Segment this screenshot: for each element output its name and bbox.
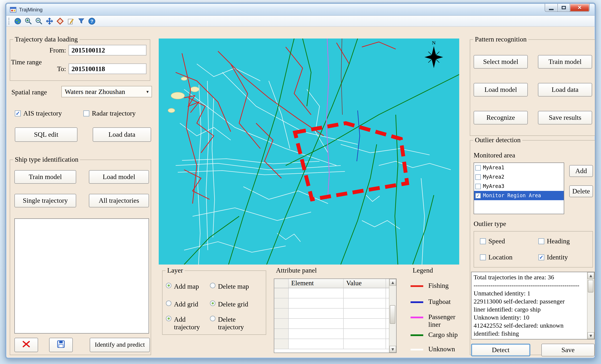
- myarea3-checkbox[interactable]: [475, 183, 481, 189]
- value-column-header: Value: [344, 279, 386, 288]
- ais-checkbox-box[interactable]: ✓: [15, 111, 21, 116]
- table-row[interactable]: [274, 309, 389, 319]
- scroll-up-icon[interactable]: ▲: [587, 272, 594, 279]
- ship-type-result-list[interactable]: [14, 218, 149, 334]
- title-bar[interactable]: TrajMining ✕: [6, 4, 595, 16]
- zoom-out-icon[interactable]: [35, 17, 43, 25]
- delete-area-button[interactable]: Delete: [569, 185, 593, 197]
- help-icon[interactable]: ?: [88, 17, 96, 25]
- radio-add-grid-control[interactable]: [166, 301, 171, 306]
- detection-results-box[interactable]: Total trajectories in the area: 36 -----…: [471, 272, 595, 339]
- save-results-button[interactable]: Save results: [538, 111, 592, 124]
- table-row[interactable]: [274, 339, 389, 349]
- tag-icon[interactable]: [56, 17, 64, 25]
- location-checkbox-row[interactable]: Location: [480, 253, 512, 261]
- radio-add-map[interactable]: Add map: [166, 283, 199, 290]
- list-item-label: MyArea3: [483, 183, 504, 189]
- results-line: ----------------------------------------…: [474, 338, 586, 339]
- load-model-button-pr[interactable]: Load model: [474, 83, 528, 97]
- train-model-button-pr[interactable]: Train model: [538, 55, 592, 69]
- scrollbar-thumb[interactable]: [588, 280, 593, 293]
- radio-delete-grid[interactable]: Delete grid: [210, 301, 248, 308]
- table-row[interactable]: [274, 298, 389, 309]
- identity-checkbox-row[interactable]: ✓ Identity: [538, 253, 568, 261]
- list-item-monitor-region-area[interactable]: ✓ Monitor Region Area: [474, 191, 564, 200]
- attribute-grid: Element Value: [274, 279, 389, 353]
- filter-icon[interactable]: [77, 17, 86, 25]
- load-data-button-pr[interactable]: Load data: [538, 83, 592, 97]
- save-result-button[interactable]: [49, 338, 73, 352]
- monitor-region-area-checkbox[interactable]: ✓: [475, 193, 481, 198]
- identify-and-predict-button[interactable]: Identify and predict: [90, 338, 150, 352]
- cargo-ship-line-swatch: [411, 334, 423, 336]
- add-area-button[interactable]: Add: [569, 165, 593, 177]
- speed-checkbox-row[interactable]: Speed: [480, 237, 505, 245]
- load-model-button[interactable]: Load model: [89, 170, 149, 184]
- clear-button[interactable]: [14, 338, 38, 352]
- attribute-scrollbar[interactable]: ▲ ▼: [389, 279, 396, 353]
- single-trajectory-button[interactable]: Single trajectory: [14, 194, 76, 207]
- all-trajectories-button[interactable]: All trajectories: [89, 194, 149, 207]
- minimize-button[interactable]: [545, 4, 557, 12]
- heading-checkbox-row[interactable]: Heading: [538, 237, 570, 245]
- table-row[interactable]: [274, 288, 389, 298]
- legend-label: Fishing: [428, 282, 449, 290]
- radio-add-trajectory-control[interactable]: [166, 316, 171, 321]
- edit-icon[interactable]: [66, 17, 75, 25]
- myarea2-checkbox[interactable]: [475, 174, 481, 180]
- monitored-area-list[interactable]: MyArea1 MyArea2 MyArea3 ✓ Monitor Region…: [474, 162, 564, 214]
- scroll-down-icon[interactable]: ▼: [587, 332, 594, 339]
- scroll-down-icon[interactable]: ▼: [389, 346, 396, 353]
- select-model-button[interactable]: Select model: [474, 55, 528, 69]
- myarea1-checkbox[interactable]: [475, 165, 481, 170]
- spatial-range-dropdown[interactable]: Waters near Zhoushan ▼: [61, 86, 152, 97]
- radio-delete-map[interactable]: Delete map: [210, 283, 249, 290]
- identity-label: Identity: [547, 253, 568, 261]
- load-data-button[interactable]: Load data: [93, 127, 151, 142]
- maximize-button[interactable]: [557, 4, 570, 12]
- recognize-button[interactable]: Recognize: [474, 111, 528, 124]
- radio-delete-trajectory-control[interactable]: [210, 316, 215, 321]
- to-input[interactable]: 2015100118: [69, 63, 146, 74]
- scroll-up-icon[interactable]: ▲: [389, 279, 396, 286]
- legend-label: Cargo ship: [428, 331, 458, 339]
- identity-checkbox[interactable]: ✓: [538, 254, 544, 260]
- legend-group: Legend Fishing Tugboat Passenger liner C…: [408, 271, 465, 355]
- ship-type-identification-title: Ship type identification: [13, 156, 80, 163]
- pan-icon[interactable]: [45, 17, 54, 25]
- list-item-myarea3[interactable]: MyArea3: [474, 182, 564, 191]
- table-row[interactable]: [274, 329, 389, 339]
- radio-delete-grid-control[interactable]: [210, 301, 215, 306]
- scrollbar-thumb[interactable]: [390, 305, 395, 324]
- maximize-icon: [562, 6, 566, 9]
- detect-button[interactable]: Detect: [471, 344, 530, 356]
- pattern-recognition-title: Pattern recognition: [473, 36, 528, 43]
- location-label: Location: [488, 253, 512, 261]
- location-checkbox[interactable]: [480, 254, 486, 260]
- from-input[interactable]: 2015100112: [69, 45, 146, 55]
- speed-checkbox[interactable]: [480, 238, 486, 244]
- map-canvas[interactable]: N: [159, 39, 459, 264]
- close-button[interactable]: ✕: [570, 4, 590, 12]
- list-item-myarea2[interactable]: MyArea2: [474, 172, 564, 182]
- zoom-in-icon[interactable]: [24, 17, 33, 25]
- minimize-icon: [549, 9, 554, 10]
- radio-delete-trajectory[interactable]: Delete trajectory: [210, 316, 257, 331]
- sql-edit-button[interactable]: SQL edit: [15, 127, 78, 142]
- radar-trajectory-checkbox[interactable]: Radar trajectory: [83, 110, 136, 117]
- radar-checkbox-box[interactable]: [83, 111, 89, 116]
- radio-add-trajectory[interactable]: Add trajectory: [166, 316, 207, 331]
- legend-label: Tugboat: [428, 298, 451, 306]
- table-row[interactable]: [274, 319, 389, 329]
- heading-checkbox[interactable]: [538, 238, 544, 244]
- list-item-myarea1[interactable]: MyArea1: [474, 163, 564, 172]
- globe-icon[interactable]: [14, 17, 22, 25]
- radio-add-map-control[interactable]: [166, 283, 171, 288]
- save-button[interactable]: Save: [541, 344, 595, 356]
- radio-add-grid[interactable]: Add grid: [166, 301, 198, 308]
- row-header-cell: [274, 279, 289, 288]
- ais-trajectory-checkbox[interactable]: ✓ AIS trajectory: [15, 110, 62, 117]
- results-scrollbar[interactable]: ▲ ▼: [587, 272, 594, 339]
- train-model-button[interactable]: Train model: [14, 170, 76, 184]
- radio-delete-map-control[interactable]: [210, 283, 215, 288]
